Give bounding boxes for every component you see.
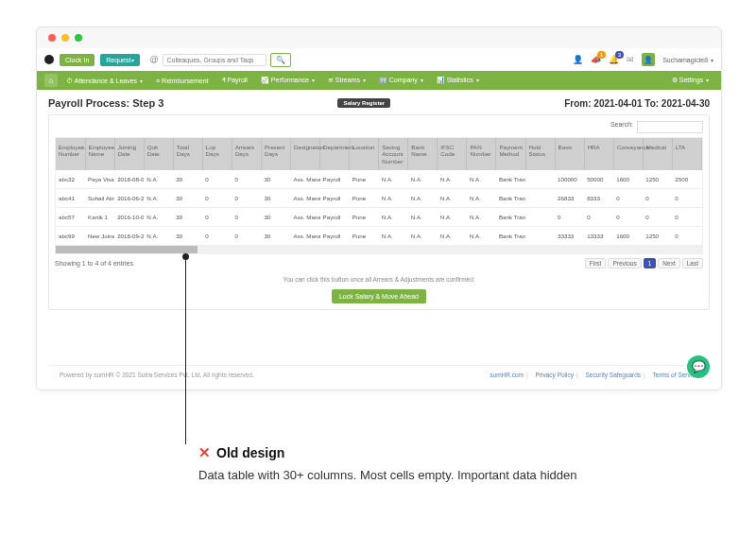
- column-header[interactable]: Hold Status: [525, 138, 555, 170]
- table-cell: Bank Transfer: [496, 170, 525, 189]
- table-cell: Pune: [350, 227, 379, 246]
- chat-fab[interactable]: 💬: [687, 355, 710, 378]
- confirm-hint: You can click this button once all Arrea…: [55, 276, 703, 283]
- table-row[interactable]: abc57Kartik 12016-10-01N.A.300030Ass. Ma…: [56, 208, 702, 227]
- lock-salary-button[interactable]: Lock Salary & Move Ahead: [332, 289, 426, 303]
- column-header[interactable]: PAN Number: [467, 138, 496, 170]
- table-cell: Sohail Abivin: [85, 189, 114, 208]
- column-header[interactable]: Employee Number: [56, 138, 85, 170]
- nav-payroll[interactable]: ₹ Payroll: [217, 75, 252, 86]
- chevron-down-icon: ▾: [140, 78, 143, 84]
- mail-icon[interactable]: ✉: [627, 55, 634, 64]
- pagination: First Previous 1 Next Last: [585, 258, 703, 268]
- table-cell: Ass. Manager: [291, 208, 320, 227]
- table-cell: 50000: [584, 170, 613, 189]
- column-header[interactable]: Location: [350, 138, 379, 170]
- column-header[interactable]: Department: [320, 138, 350, 170]
- clock-in-button[interactable]: Clock In: [60, 54, 94, 66]
- column-header[interactable]: Joining Date: [114, 138, 144, 170]
- table-cell: 0: [232, 227, 261, 246]
- column-header[interactable]: Saving Account Number: [379, 138, 408, 170]
- table-cell: 2016-10-01: [114, 208, 144, 227]
- home-icon[interactable]: ⌂: [44, 74, 58, 87]
- window-maximize-dot[interactable]: [75, 34, 82, 42]
- search-input[interactable]: [163, 54, 266, 66]
- request-button[interactable]: Request▾: [100, 54, 140, 66]
- column-header[interactable]: HRA: [584, 138, 613, 170]
- pager-next[interactable]: Next: [658, 258, 679, 268]
- window-titlebar: [37, 27, 721, 48]
- salary-register-badge[interactable]: Salary Register: [337, 98, 390, 108]
- table-cell: 30: [173, 227, 202, 246]
- column-header[interactable]: Arrears Days: [232, 138, 261, 170]
- logo-icon[interactable]: [44, 55, 54, 64]
- announcement-icon[interactable]: 📣1: [591, 55, 601, 64]
- pager-first[interactable]: First: [585, 258, 607, 268]
- nav-label: Reimbursement: [162, 78, 208, 84]
- table-row[interactable]: abc32Paya Visaria2018-08-01N.A.300030Ass…: [56, 170, 702, 189]
- chevron-down-icon: ▾: [711, 58, 713, 63]
- nav-streams[interactable]: ≋ Streams ▾: [323, 75, 370, 86]
- chevron-down-icon: ▾: [476, 78, 479, 83]
- nav-attendance[interactable]: ⏱ Attendance & Leaves ▾: [61, 76, 147, 86]
- scroll-thumb[interactable]: [56, 246, 198, 253]
- window-close-dot[interactable]: [48, 34, 56, 42]
- table-cell: 26833: [555, 189, 584, 208]
- search-button[interactable]: 🔍: [270, 53, 291, 67]
- nav-statistics[interactable]: 📊 Statistics ▾: [432, 75, 484, 86]
- table-cell: 33333: [555, 227, 584, 246]
- nav-reimbursement[interactable]: ≡ Reimbursement: [151, 76, 213, 86]
- column-header[interactable]: Bank Name: [408, 138, 438, 170]
- add-user-icon[interactable]: 👤: [573, 55, 583, 64]
- column-header[interactable]: Total Days: [173, 138, 202, 170]
- pager-page-1[interactable]: 1: [644, 258, 657, 268]
- column-header[interactable]: Conveyance: [613, 138, 643, 170]
- column-header[interactable]: Basic: [555, 138, 584, 170]
- search-group: @ 🔍: [149, 53, 290, 67]
- column-header[interactable]: Present Days: [261, 138, 290, 170]
- table-cell: 0: [232, 170, 261, 189]
- table-cell: Bank Transfer: [496, 227, 525, 246]
- footer-left: Powered by sumHR © 2021 Sutra Services P…: [60, 372, 254, 378]
- table-cell: Kartik 1: [85, 208, 114, 227]
- table-cell: Payroll: [320, 227, 350, 246]
- table-cell: Ass. Manager: [291, 227, 320, 246]
- footer-link[interactable]: Privacy Policy: [536, 372, 574, 378]
- user-name-label: Suchamagicle8: [662, 57, 708, 63]
- window-minimize-dot[interactable]: [61, 34, 69, 42]
- annotation-body: Data table with 30+ columns. Most cells …: [198, 467, 671, 484]
- column-header[interactable]: LTA: [672, 138, 701, 170]
- column-header[interactable]: Payment Method: [496, 138, 525, 170]
- bell-icon[interactable]: 🔔3: [609, 55, 619, 64]
- page-footer: Powered by sumHR © 2021 Sutra Services P…: [48, 365, 710, 382]
- pager-last[interactable]: Last: [682, 258, 703, 268]
- notif-badge: 3: [615, 51, 624, 59]
- column-header[interactable]: Quit Date: [144, 138, 173, 170]
- table-row[interactable]: abc41Sohail Abivin2016-06-29N.A.300030As…: [56, 189, 702, 208]
- nav-performance[interactable]: 📈 Performance ▾: [256, 75, 319, 86]
- column-header[interactable]: Lop Days: [202, 138, 232, 170]
- pager-prev[interactable]: Previous: [608, 258, 641, 268]
- browser-window: Clock In Request▾ @ 🔍 👤 📣1 🔔3 ✉ 👤 Sucham…: [36, 26, 722, 390]
- table-row[interactable]: abc99New Joinee2018-09-21N.A.300030Ass. …: [56, 227, 702, 246]
- column-header[interactable]: Medical: [643, 138, 672, 170]
- column-header[interactable]: IFSC Code: [438, 138, 467, 170]
- entries-info: Showing 1 to 4 of 4 entries: [55, 260, 133, 267]
- horizontal-scrollbar[interactable]: [56, 246, 702, 253]
- column-header[interactable]: Designation: [291, 138, 320, 170]
- footer-link[interactable]: sumHR.com: [490, 372, 524, 378]
- table-cell: 0: [584, 208, 613, 227]
- table-cell: N.A.: [438, 189, 467, 208]
- table-cell: 30: [173, 170, 202, 189]
- column-header[interactable]: Employee Name: [85, 138, 114, 170]
- user-name[interactable]: Suchamagicle8 ▾: [662, 57, 713, 63]
- nav-settings[interactable]: ⚙ Settings ▾: [667, 75, 713, 86]
- avatar[interactable]: 👤: [642, 53, 655, 66]
- footer-link[interactable]: Security Safeguards: [586, 372, 642, 378]
- table-wrapper: Employee NumberEmployee NameJoining Date…: [55, 137, 703, 254]
- table-search: Search:: [55, 121, 703, 133]
- nav-company[interactable]: 🏢 Company ▾: [374, 75, 428, 86]
- payroll-table: Employee NumberEmployee NameJoining Date…: [56, 138, 702, 246]
- table-search-input[interactable]: [637, 121, 703, 133]
- table-cell: 100000: [555, 170, 584, 189]
